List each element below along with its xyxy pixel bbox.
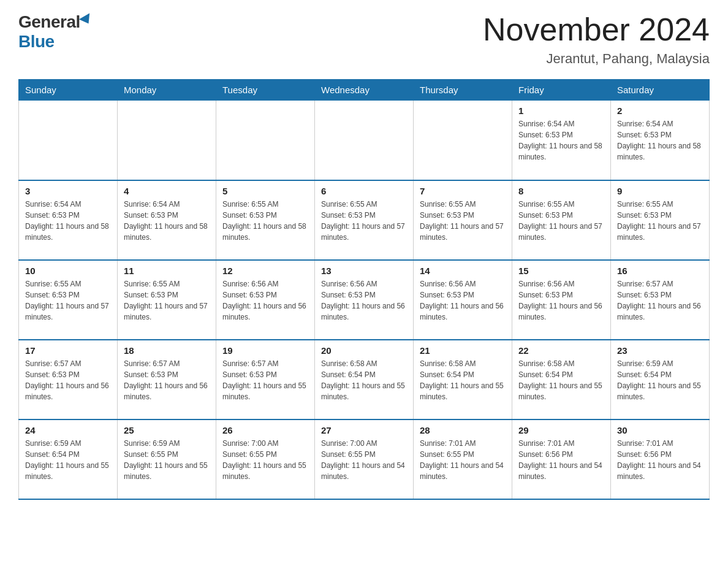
day-number: 16 <box>617 266 703 276</box>
day-number: 17 <box>25 345 111 356</box>
day-info: Sunrise: 6:55 AMSunset: 6:53 PMDaylight:… <box>518 199 604 243</box>
week-row-5: 24Sunrise: 6:59 AMSunset: 6:54 PMDayligh… <box>19 419 710 499</box>
day-number: 10 <box>25 266 111 276</box>
day-number: 9 <box>617 186 703 196</box>
day-info: Sunrise: 6:59 AMSunset: 6:54 PMDaylight:… <box>617 358 703 402</box>
week-row-4: 17Sunrise: 6:57 AMSunset: 6:53 PMDayligh… <box>19 340 710 419</box>
header-monday: Monday <box>118 80 216 101</box>
header-tuesday: Tuesday <box>216 80 315 101</box>
day-info: Sunrise: 6:54 AMSunset: 6:53 PMDaylight:… <box>25 199 111 243</box>
day-info: Sunrise: 7:00 AMSunset: 6:55 PMDaylight:… <box>222 438 308 482</box>
day-number: 21 <box>420 345 506 356</box>
cell-w5-d1: 25Sunrise: 6:59 AMSunset: 6:55 PMDayligh… <box>118 419 216 499</box>
calendar-title: November 2024 <box>483 12 710 47</box>
day-number: 24 <box>25 425 111 435</box>
cell-w5-d3: 27Sunrise: 7:00 AMSunset: 6:55 PMDayligh… <box>315 419 414 499</box>
day-info: Sunrise: 6:56 AMSunset: 6:53 PMDaylight:… <box>518 278 604 323</box>
day-number: 12 <box>222 266 308 276</box>
calendar-header: Sunday Monday Tuesday Wednesday Thursday… <box>19 80 710 101</box>
day-info: Sunrise: 6:54 AMSunset: 6:53 PMDaylight:… <box>617 118 703 163</box>
cell-w1-d1 <box>118 101 216 180</box>
day-number: 14 <box>420 266 506 276</box>
day-number: 30 <box>617 425 703 435</box>
day-number: 7 <box>420 186 506 196</box>
page-header: General Blue November 2024 Jerantut, Pah… <box>18 12 710 67</box>
header-row: Sunday Monday Tuesday Wednesday Thursday… <box>19 80 710 101</box>
day-number: 3 <box>25 186 111 196</box>
cell-w2-d6: 9Sunrise: 6:55 AMSunset: 6:53 PMDaylight… <box>611 180 710 260</box>
cell-w4-d6: 23Sunrise: 6:59 AMSunset: 6:54 PMDayligh… <box>611 340 710 419</box>
logo-general-text: General <box>18 12 80 32</box>
day-info: Sunrise: 6:55 AMSunset: 6:53 PMDaylight:… <box>420 199 506 243</box>
header-sunday: Sunday <box>19 80 118 101</box>
day-info: Sunrise: 6:56 AMSunset: 6:53 PMDaylight:… <box>321 278 407 323</box>
day-info: Sunrise: 6:58 AMSunset: 6:54 PMDaylight:… <box>518 358 604 402</box>
day-info: Sunrise: 7:01 AMSunset: 6:56 PMDaylight:… <box>518 438 604 482</box>
day-info: Sunrise: 6:57 AMSunset: 6:53 PMDaylight:… <box>617 278 703 323</box>
day-info: Sunrise: 7:01 AMSunset: 6:56 PMDaylight:… <box>617 438 703 482</box>
day-info: Sunrise: 6:55 AMSunset: 6:53 PMDaylight:… <box>321 199 407 243</box>
cell-w4-d1: 18Sunrise: 6:57 AMSunset: 6:53 PMDayligh… <box>118 340 216 419</box>
cell-w2-d3: 6Sunrise: 6:55 AMSunset: 6:53 PMDaylight… <box>315 180 414 260</box>
logo-arrow-icon <box>79 13 94 26</box>
day-number: 29 <box>518 425 604 435</box>
cell-w3-d6: 16Sunrise: 6:57 AMSunset: 6:53 PMDayligh… <box>611 260 710 340</box>
cell-w1-d5: 1Sunrise: 6:54 AMSunset: 6:53 PMDaylight… <box>512 101 611 180</box>
cell-w3-d2: 12Sunrise: 6:56 AMSunset: 6:53 PMDayligh… <box>216 260 315 340</box>
cell-w1-d0 <box>19 101 118 180</box>
day-number: 20 <box>321 345 407 356</box>
calendar-table: Sunday Monday Tuesday Wednesday Thursday… <box>18 79 710 500</box>
cell-w4-d5: 22Sunrise: 6:58 AMSunset: 6:54 PMDayligh… <box>512 340 611 419</box>
day-info: Sunrise: 6:57 AMSunset: 6:53 PMDaylight:… <box>124 358 210 402</box>
day-number: 19 <box>222 345 308 356</box>
header-friday: Friday <box>512 80 611 101</box>
cell-w1-d6: 2Sunrise: 6:54 AMSunset: 6:53 PMDaylight… <box>611 101 710 180</box>
cell-w4-d3: 20Sunrise: 6:58 AMSunset: 6:54 PMDayligh… <box>315 340 414 419</box>
day-number: 8 <box>518 186 604 196</box>
cell-w5-d5: 29Sunrise: 7:01 AMSunset: 6:56 PMDayligh… <box>512 419 611 499</box>
day-info: Sunrise: 6:56 AMSunset: 6:53 PMDaylight:… <box>420 278 506 323</box>
day-info: Sunrise: 6:59 AMSunset: 6:55 PMDaylight:… <box>124 438 210 482</box>
day-info: Sunrise: 7:00 AMSunset: 6:55 PMDaylight:… <box>321 438 407 482</box>
day-info: Sunrise: 6:55 AMSunset: 6:53 PMDaylight:… <box>617 199 703 243</box>
day-number: 27 <box>321 425 407 435</box>
day-number: 4 <box>124 186 210 196</box>
cell-w3-d5: 15Sunrise: 6:56 AMSunset: 6:53 PMDayligh… <box>512 260 611 340</box>
day-number: 11 <box>124 266 210 276</box>
cell-w5-d6: 30Sunrise: 7:01 AMSunset: 6:56 PMDayligh… <box>611 419 710 499</box>
day-number: 26 <box>222 425 308 435</box>
day-info: Sunrise: 6:58 AMSunset: 6:54 PMDaylight:… <box>420 358 506 402</box>
calendar-body: 1Sunrise: 6:54 AMSunset: 6:53 PMDaylight… <box>19 101 710 499</box>
cell-w5-d0: 24Sunrise: 6:59 AMSunset: 6:54 PMDayligh… <box>19 419 118 499</box>
cell-w1-d4 <box>414 101 512 180</box>
logo-blue-text: Blue <box>18 32 55 52</box>
day-info: Sunrise: 6:54 AMSunset: 6:53 PMDaylight:… <box>124 199 210 243</box>
cell-w4-d2: 19Sunrise: 6:57 AMSunset: 6:53 PMDayligh… <box>216 340 315 419</box>
day-number: 2 <box>617 105 703 116</box>
cell-w3-d3: 13Sunrise: 6:56 AMSunset: 6:53 PMDayligh… <box>315 260 414 340</box>
day-number: 15 <box>518 266 604 276</box>
day-info: Sunrise: 6:54 AMSunset: 6:53 PMDaylight:… <box>518 118 604 163</box>
day-info: Sunrise: 6:59 AMSunset: 6:54 PMDaylight:… <box>25 438 111 482</box>
cell-w2-d4: 7Sunrise: 6:55 AMSunset: 6:53 PMDaylight… <box>414 180 512 260</box>
day-info: Sunrise: 6:57 AMSunset: 6:53 PMDaylight:… <box>25 358 111 402</box>
cell-w4-d0: 17Sunrise: 6:57 AMSunset: 6:53 PMDayligh… <box>19 340 118 419</box>
cell-w2-d2: 5Sunrise: 6:55 AMSunset: 6:53 PMDaylight… <box>216 180 315 260</box>
week-row-1: 1Sunrise: 6:54 AMSunset: 6:53 PMDaylight… <box>19 101 710 180</box>
day-number: 5 <box>222 186 308 196</box>
day-info: Sunrise: 6:55 AMSunset: 6:53 PMDaylight:… <box>25 278 111 323</box>
week-row-2: 3Sunrise: 6:54 AMSunset: 6:53 PMDaylight… <box>19 180 710 260</box>
day-number: 13 <box>321 266 407 276</box>
day-number: 6 <box>321 186 407 196</box>
logo: General Blue <box>18 12 94 52</box>
cell-w4-d4: 21Sunrise: 6:58 AMSunset: 6:54 PMDayligh… <box>414 340 512 419</box>
day-info: Sunrise: 6:55 AMSunset: 6:53 PMDaylight:… <box>124 278 210 323</box>
week-row-3: 10Sunrise: 6:55 AMSunset: 6:53 PMDayligh… <box>19 260 710 340</box>
header-wednesday: Wednesday <box>315 80 414 101</box>
title-block: November 2024 Jerantut, Pahang, Malaysia <box>483 12 710 67</box>
day-number: 18 <box>124 345 210 356</box>
header-thursday: Thursday <box>414 80 512 101</box>
day-info: Sunrise: 7:01 AMSunset: 6:55 PMDaylight:… <box>420 438 506 482</box>
day-number: 25 <box>124 425 210 435</box>
cell-w2-d5: 8Sunrise: 6:55 AMSunset: 6:53 PMDaylight… <box>512 180 611 260</box>
